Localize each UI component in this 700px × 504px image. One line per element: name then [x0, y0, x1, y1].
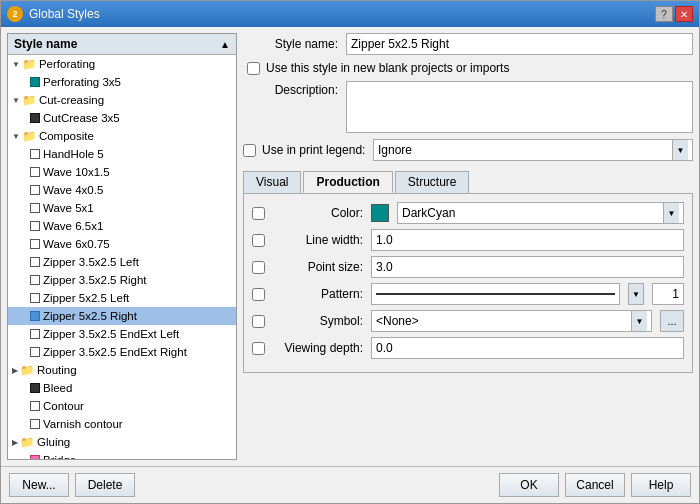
- tree-item-gluing-group[interactable]: ▶ 📁 Gluing: [8, 433, 236, 451]
- pattern-combo-arrow[interactable]: ▼: [628, 283, 644, 305]
- description-textarea[interactable]: [346, 81, 693, 133]
- line-width-input[interactable]: [371, 229, 684, 251]
- tree-item-perforating-3x5[interactable]: Perforating 3x5: [8, 73, 236, 91]
- tree-item-zipper-5x2.5-left[interactable]: Zipper 5x2.5 Left: [8, 289, 236, 307]
- tree-header-label: Style name: [14, 37, 77, 51]
- style-name-input[interactable]: [346, 33, 693, 55]
- print-legend-combo[interactable]: Ignore ▼: [373, 139, 693, 161]
- tree-item-composite-group[interactable]: ▼ 📁 Composite: [8, 127, 236, 145]
- point-size-label: Point size:: [273, 260, 363, 274]
- pattern-number-input[interactable]: [652, 283, 684, 305]
- tree-item-label: Zipper 5x2.5 Right: [43, 310, 137, 322]
- point-size-input[interactable]: [371, 256, 684, 278]
- folder-icon: 📁: [20, 435, 34, 449]
- color-swatch[interactable]: [371, 204, 389, 222]
- color-checkbox[interactable]: [252, 207, 265, 220]
- folder-icon: 📁: [20, 363, 34, 377]
- tree-item-zipper-3.5x2.5-right[interactable]: Zipper 3.5x2.5 Right: [8, 271, 236, 289]
- item-icon: [30, 293, 40, 303]
- description-label: Description:: [243, 81, 338, 97]
- tree-item-bridge[interactable]: Bridge: [8, 451, 236, 459]
- right-panel: Style name: Use this style in new blank …: [243, 33, 693, 460]
- line-width-checkbox[interactable]: [252, 234, 265, 247]
- close-button[interactable]: ✕: [675, 6, 693, 22]
- symbol-combo[interactable]: <None> ▼: [371, 310, 652, 332]
- print-legend-value: Ignore: [378, 143, 412, 157]
- tree-item-label: Wave 5x1: [43, 202, 94, 214]
- ok-button[interactable]: OK: [499, 473, 559, 497]
- tree-item-bleed[interactable]: Bleed: [8, 379, 236, 397]
- tree-item-wave-6.5x1[interactable]: Wave 6.5x1: [8, 217, 236, 235]
- item-icon: [30, 275, 40, 285]
- item-icon: [30, 239, 40, 249]
- tree-item-varnish-contour[interactable]: Varnish contour: [8, 415, 236, 433]
- blank-projects-checkbox[interactable]: [247, 62, 260, 75]
- color-combo-arrow[interactable]: ▼: [663, 203, 679, 223]
- color-combo[interactable]: DarkCyan ▼: [397, 202, 684, 224]
- item-icon: [30, 257, 40, 267]
- tab-structure[interactable]: Structure: [395, 171, 470, 193]
- color-label: Color:: [273, 206, 363, 220]
- tree-scroll-arrow: ▲: [220, 39, 230, 50]
- help-bottom-button[interactable]: Help: [631, 473, 691, 497]
- tab-production[interactable]: Production: [303, 171, 392, 193]
- viewing-depth-checkbox[interactable]: [252, 342, 265, 355]
- tree-item-cutcrease-3x5[interactable]: CutCrease 3x5: [8, 109, 236, 127]
- bottom-right-buttons: OK Cancel Help: [499, 473, 691, 497]
- cancel-button[interactable]: Cancel: [565, 473, 625, 497]
- bottom-bar: New... Delete OK Cancel Help: [1, 466, 699, 503]
- tree-item-zipper-3.5x2.5-left[interactable]: Zipper 3.5x2.5 Left: [8, 253, 236, 271]
- tree-item-cut-creasing-group[interactable]: ▼ 📁 Cut-creasing: [8, 91, 236, 109]
- tree-item-wave-6x0.75[interactable]: Wave 6x0.75: [8, 235, 236, 253]
- item-icon: [30, 329, 40, 339]
- tree-item-handhole-5[interactable]: HandHole 5: [8, 145, 236, 163]
- delete-button[interactable]: Delete: [75, 473, 135, 497]
- item-icon: [30, 401, 40, 411]
- print-legend-combo-arrow[interactable]: ▼: [672, 140, 688, 160]
- tree-item-wave-10x1.5[interactable]: Wave 10x1.5: [8, 163, 236, 181]
- tree-item-zipper-3.5x2.5-endext-left[interactable]: Zipper 3.5x2.5 EndExt Left: [8, 325, 236, 343]
- tree-item-wave-5x1[interactable]: Wave 5x1: [8, 199, 236, 217]
- title-bar-left: 2 Global Styles: [7, 6, 100, 22]
- expand-icon: ▼: [12, 60, 20, 69]
- symbol-browse-button[interactable]: ...: [660, 310, 684, 332]
- pattern-label: Pattern:: [273, 287, 363, 301]
- tab-visual[interactable]: Visual: [243, 171, 301, 193]
- title-bar: 2 Global Styles ? ✕: [1, 1, 699, 27]
- print-legend-checkbox[interactable]: [243, 144, 256, 157]
- tree-scroll[interactable]: ▼ 📁 Perforating Perforating 3x5 ▼ 📁 Cut-…: [8, 55, 236, 459]
- item-icon: [30, 167, 40, 177]
- symbol-combo-arrow[interactable]: ▼: [631, 311, 647, 331]
- print-legend-label: Use in print legend:: [262, 143, 367, 157]
- app-icon: 2: [7, 6, 23, 22]
- item-icon: [30, 455, 40, 459]
- tree-item-routing-group[interactable]: ▶ 📁 Routing: [8, 361, 236, 379]
- item-icon: [30, 221, 40, 231]
- symbol-checkbox[interactable]: [252, 315, 265, 328]
- tree-item-label: Zipper 3.5x2.5 EndExt Left: [43, 328, 179, 340]
- tree-item-label: Zipper 3.5x2.5 Right: [43, 274, 147, 286]
- expand-icon: ▼: [12, 96, 20, 105]
- global-styles-window: 2 Global Styles ? ✕ Style name ▲ ▼ 📁 Per…: [0, 0, 700, 504]
- tree-item-label: Wave 4x0.5: [43, 184, 103, 196]
- tree-item-label: Composite: [39, 130, 94, 142]
- help-button[interactable]: ?: [655, 6, 673, 22]
- symbol-row: Symbol: <None> ▼ ...: [252, 310, 684, 332]
- tree-item-zipper-5x2.5-right[interactable]: Zipper 5x2.5 Right: [8, 307, 236, 325]
- tree-item-label: Wave 6x0.75: [43, 238, 110, 250]
- point-size-checkbox[interactable]: [252, 261, 265, 274]
- tree-item-label: Routing: [37, 364, 77, 376]
- new-button[interactable]: New...: [9, 473, 69, 497]
- viewing-depth-input[interactable]: [371, 337, 684, 359]
- tree-item-label: Bridge: [43, 454, 76, 459]
- pattern-checkbox[interactable]: [252, 288, 265, 301]
- tree-item-wave-4x0.5[interactable]: Wave 4x0.5: [8, 181, 236, 199]
- blank-projects-row: Use this style in new blank projects or …: [243, 61, 693, 75]
- tree-item-contour[interactable]: Contour: [8, 397, 236, 415]
- tree-item-zipper-3.5x2.5-endext-right[interactable]: Zipper 3.5x2.5 EndExt Right: [8, 343, 236, 361]
- item-icon: [30, 203, 40, 213]
- tree-item-label: Gluing: [37, 436, 70, 448]
- tree-item-perforating-group[interactable]: ▼ 📁 Perforating: [8, 55, 236, 73]
- style-name-row: Style name:: [243, 33, 693, 55]
- item-icon: [30, 185, 40, 195]
